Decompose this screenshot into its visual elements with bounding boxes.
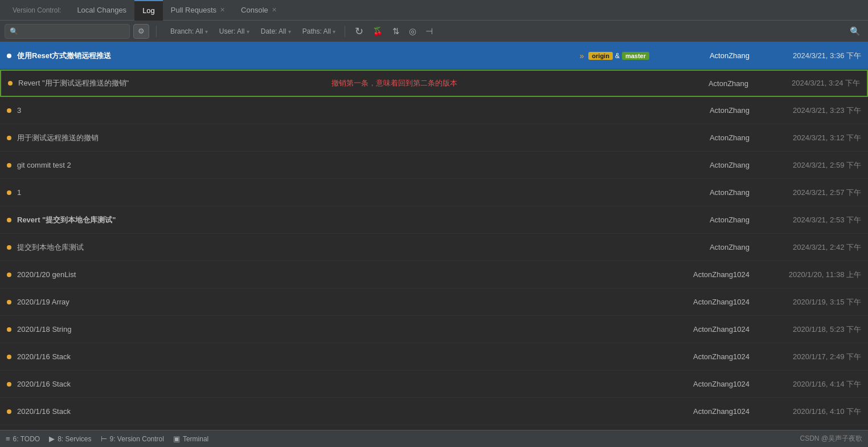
commit-dot-14 (7, 409, 11, 414)
services-icon: ▶ (49, 434, 55, 443)
commit-row-13[interactable]: 2020/1/16 StackActonZhang10242020/1/16, … (0, 371, 868, 398)
terminal-icon: ▣ (173, 434, 180, 443)
tab-label-log: Log (142, 6, 155, 15)
commit-date-2: 2024/3/21, 3:24 下午 (758, 78, 860, 88)
commit-author-2: ActonZhang (657, 79, 748, 88)
tag-sep: & (615, 52, 620, 60)
commit-date-8: 2024/3/21, 2:42 下午 (759, 242, 861, 253)
commit-dot-10 (7, 300, 11, 304)
commit-author-7: ActonZhang (658, 216, 750, 224)
date-arrow-icon: ▾ (288, 29, 291, 35)
branch-arrow-icon: ▾ (205, 29, 208, 35)
separator (156, 26, 157, 37)
commit-row-5[interactable]: git commit test 2ActonZhang2024/3/21, 2:… (0, 152, 868, 179)
commit-author-3: ActonZhang (658, 106, 750, 115)
status-bar: ≡ 6: TODO ▶ 8: Services ⊢ 9: Version Con… (0, 430, 868, 447)
commit-row-7[interactable]: Revert "提交到本地仓库测试"ActonZhang2024/3/21, 2… (0, 206, 868, 234)
vc-icon: ⊢ (101, 434, 107, 443)
commit-author-9: ActonZhang1024 (658, 270, 750, 279)
tab-local-changes[interactable]: Local Changes (69, 0, 134, 21)
commit-row-6[interactable]: 1ActonZhang2024/3/21, 2:57 下午 (0, 179, 868, 206)
commit-row-1[interactable]: 使用Reset方式撤销远程推送»origin & masterActonZhan… (0, 42, 868, 70)
commit-dot-8 (7, 245, 11, 250)
commit-date-3: 2024/3/21, 3:23 下午 (759, 105, 861, 116)
tab-bar: Version Control: Local Changes Log Pull … (0, 0, 868, 21)
commit-message-14: 2020/1/16 Stack (17, 407, 658, 416)
date-filter-label: Date: All (261, 27, 286, 35)
commit-row-12[interactable]: 2020/1/16 StackActonZhang10242020/1/17, … (0, 343, 868, 371)
commit-row-3[interactable]: 3ActonZhang2024/3/21, 3:23 下午 (0, 97, 868, 124)
commit-dot-13 (7, 382, 11, 387)
commit-author-4: ActonZhang (658, 133, 750, 142)
commit-row-10[interactable]: 2020/1/19 ArrayActonZhang10242020/1/19, … (0, 288, 868, 316)
commit-date-4: 2024/3/21, 3:12 下午 (759, 133, 861, 143)
commit-message-7: Revert "提交到本地仓库测试" (17, 215, 658, 225)
commit-date-9: 2020/1/20, 11:38 上午 (759, 270, 861, 280)
eye-button[interactable]: ◎ (406, 25, 419, 38)
commit-message-11: 2020/1/18 String (17, 325, 658, 334)
commit-date-7: 2024/3/21, 2:53 下午 (759, 215, 861, 225)
date-filter[interactable]: Date: All ▾ (259, 26, 293, 36)
settings-icon: ⚙ (138, 27, 145, 35)
commit-row-8[interactable]: 提交到本地仓库测试ActonZhang2024/3/21, 2:42 下午 (0, 234, 868, 261)
terminal-label: Terminal (183, 435, 208, 443)
close-pull-requests-icon[interactable]: ✕ (220, 6, 225, 14)
sort-button[interactable]: ⇅ (390, 25, 403, 38)
tab-log[interactable]: Log (134, 0, 163, 21)
user-filter-label: User: All (219, 27, 245, 35)
commit-message-13: 2020/1/16 Stack (17, 380, 658, 388)
commit-dot-3 (7, 108, 11, 113)
tab-console[interactable]: Console ✕ (233, 0, 285, 21)
filter-group: Branch: All ▾ User: All ▾ Date: All ▾ Pa… (168, 26, 338, 36)
services-item[interactable]: ▶ 8: Services (49, 434, 91, 443)
pin-button[interactable]: ⊣ (423, 25, 436, 38)
commit-row-2[interactable]: Revert "用于测试远程推送的撤销"撤销第一条，意味着回到第二条的版本Act… (0, 70, 868, 97)
tab-pull-requests[interactable]: Pull Requests ✕ (163, 0, 233, 21)
terminal-item[interactable]: ▣ Terminal (173, 434, 208, 443)
credit-text: CSDN @吴声子夜歌 (800, 434, 862, 444)
log-list: 使用Reset方式撤销远程推送»origin & masterActonZhan… (0, 42, 868, 430)
paths-arrow-icon: ▾ (333, 29, 335, 35)
search-input[interactable] (21, 27, 112, 35)
commit-dot-4 (7, 136, 11, 140)
commit-dot-2 (8, 81, 13, 86)
tab-version-control[interactable]: Version Control: (5, 0, 69, 21)
commit-row-9[interactable]: 2020/1/20 genListActonZhang10242020/1/20… (0, 261, 868, 288)
commit-author-13: ActonZhang1024 (658, 380, 750, 388)
search-box[interactable]: 🔍 (5, 24, 130, 39)
version-control-item[interactable]: ⊢ 9: Version Control (101, 434, 164, 443)
user-filter[interactable]: User: All ▾ (217, 26, 252, 36)
tag-group-1: »origin & master (580, 51, 649, 60)
commit-message-12: 2020/1/16 Stack (17, 352, 658, 361)
commit-message-10: 2020/1/19 Array (17, 298, 658, 306)
services-label: 8: Services (58, 435, 91, 443)
todo-label: 6: TODO (13, 435, 40, 443)
commit-message-4: 用于测试远程推送的撤销 (17, 133, 658, 143)
branch-filter-label: Branch: All (170, 27, 203, 35)
commit-author-8: ActonZhang (658, 243, 750, 251)
close-console-icon[interactable]: ✕ (272, 6, 277, 14)
todo-item[interactable]: ≡ 6: TODO (6, 434, 40, 443)
tag-origin: origin (588, 52, 613, 60)
refresh-button[interactable]: ↻ (352, 24, 366, 39)
commit-message-3: 3 (17, 106, 658, 115)
commit-author-12: ActonZhang1024 (658, 352, 750, 361)
main-content: 🔍 ⚙ Branch: All ▾ User: All ▾ Date: All … (0, 21, 868, 430)
cherry-pick-button[interactable]: 🍒 (370, 25, 386, 38)
commit-author-14: ActonZhang1024 (658, 407, 750, 416)
search-right-button[interactable]: 🔍 (847, 25, 863, 38)
commit-row-14[interactable]: 2020/1/16 StackActonZhang10242020/1/16, … (0, 398, 868, 425)
commit-dot-5 (7, 163, 11, 168)
tab-label-console: Console (241, 6, 268, 14)
commit-row-4[interactable]: 用于测试远程推送的撤销ActonZhang2024/3/21, 3:12 下午 (0, 124, 868, 152)
commit-author-11: ActonZhang1024 (658, 325, 750, 334)
commit-row-11[interactable]: 2020/1/18 StringActonZhang10242020/1/18,… (0, 316, 868, 343)
paths-filter[interactable]: Paths: All ▾ (300, 26, 338, 36)
branch-filter[interactable]: Branch: All ▾ (168, 26, 210, 36)
commit-dot-12 (7, 355, 11, 359)
commit-dot-1 (7, 54, 11, 58)
settings-button[interactable]: ⚙ (133, 24, 149, 39)
paths-filter-label: Paths: All (302, 27, 331, 35)
commit-date-6: 2024/3/21, 2:57 下午 (759, 188, 861, 198)
vc-label: 9: Version Control (110, 435, 164, 443)
